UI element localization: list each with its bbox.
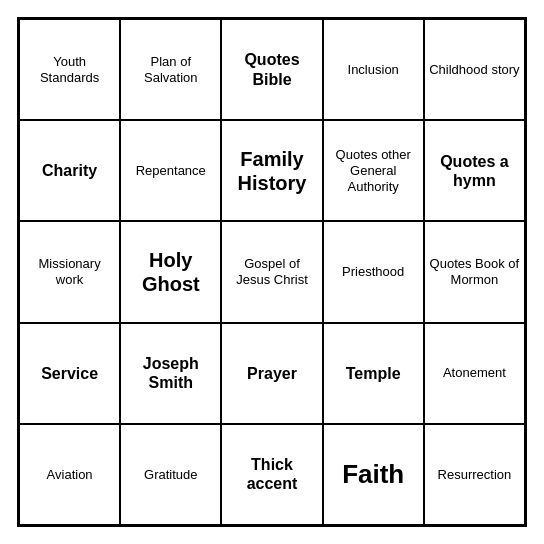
bingo-cell-r4c3: Faith (323, 424, 424, 525)
bingo-cell-r3c3: Temple (323, 323, 424, 424)
bingo-cell-r2c2: Gospel of Jesus Christ (221, 221, 322, 322)
bingo-cell-r1c4: Quotes a hymn (424, 120, 525, 221)
bingo-cell-r2c1: Holy Ghost (120, 221, 221, 322)
bingo-cell-r2c3: Priesthood (323, 221, 424, 322)
bingo-cell-r1c1: Repentance (120, 120, 221, 221)
bingo-cell-r4c1: Gratitude (120, 424, 221, 525)
bingo-cell-r0c2: Quotes Bible (221, 19, 322, 120)
bingo-cell-r1c3: Quotes other General Authority (323, 120, 424, 221)
bingo-board: Youth StandardsPlan of SalvationQuotes B… (17, 17, 527, 527)
bingo-cell-r4c4: Resurrection (424, 424, 525, 525)
bingo-cell-r3c0: Service (19, 323, 120, 424)
bingo-cell-r3c4: Atonement (424, 323, 525, 424)
bingo-cell-r2c4: Quotes Book of Mormon (424, 221, 525, 322)
bingo-cell-r1c0: Charity (19, 120, 120, 221)
bingo-cell-r3c1: Joseph Smith (120, 323, 221, 424)
bingo-cell-r2c0: Missionary work (19, 221, 120, 322)
bingo-cell-r4c0: Aviation (19, 424, 120, 525)
bingo-cell-r1c2: Family History (221, 120, 322, 221)
bingo-cell-r0c0: Youth Standards (19, 19, 120, 120)
bingo-cell-r0c4: Childhood story (424, 19, 525, 120)
bingo-cell-r3c2: Prayer (221, 323, 322, 424)
bingo-cell-r0c3: Inclusion (323, 19, 424, 120)
bingo-cell-r0c1: Plan of Salvation (120, 19, 221, 120)
bingo-cell-r4c2: Thick accent (221, 424, 322, 525)
